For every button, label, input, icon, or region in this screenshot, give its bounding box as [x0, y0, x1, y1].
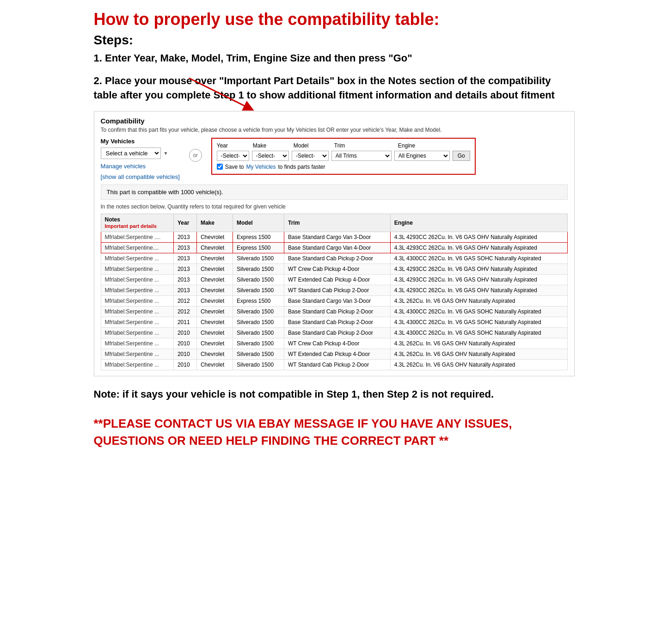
go-button[interactable]: Go [453, 151, 470, 161]
year-cell: 2013 [173, 285, 196, 295]
engine-cell: 4.3L 4300CC 262Cu. In. V6 GAS SOHC Natur… [390, 253, 567, 264]
make-cell: Chevrolet [196, 242, 233, 253]
year-cell: 2010 [173, 327, 196, 338]
model-cell: Silverado 1500 [233, 285, 284, 295]
step1-text: 1. Enter Year, Make, Model, Trim, Engine… [94, 51, 575, 66]
model-cell: Silverado 1500 [233, 359, 284, 370]
model-cell: Silverado 1500 [233, 338, 284, 349]
notes-cell: Mfrlabel:Serpentine ... [101, 306, 173, 317]
make-cell: Chevrolet [196, 317, 233, 327]
col-year-header: Year [173, 214, 196, 232]
notes-cell: Mfrlabel:Serpentine ... [101, 359, 173, 370]
my-vehicles-save-link[interactable]: My Vehicles [246, 164, 276, 170]
table-row: Mfrlabel:Serpentine ...2012ChevroletExpr… [101, 295, 567, 306]
trim-label: Trim [334, 142, 394, 149]
engine-cell: 4.3L 262Cu. In. V6 GAS OHV Naturally Asp… [390, 338, 567, 349]
make-select[interactable]: -Select- [252, 151, 289, 161]
trim-cell: WT Standard Cab Pickup 2-Door [284, 359, 390, 370]
manage-vehicles-link[interactable]: Manage vehicles [101, 163, 180, 170]
year-select[interactable]: -Select- [217, 151, 249, 161]
year-label: Year [217, 142, 249, 149]
compatibility-section: Compatibility To confirm that this part … [94, 111, 575, 376]
save-suffix: to finds parts faster [278, 164, 325, 170]
trim-cell: Base Standard Cab Pickup 2-Door [284, 253, 390, 264]
show-compatible-link[interactable]: [show all compatible vehicles] [101, 173, 180, 180]
trim-cell: WT Crew Cab Pickup 4-Door [284, 264, 390, 274]
year-cell: 2013 [173, 242, 196, 253]
year-cell: 2010 [173, 359, 196, 370]
compat-title: Compatibility [101, 117, 568, 125]
make-cell: Chevrolet [196, 349, 233, 359]
note-text: Note: if it says your vehicle is not com… [94, 387, 575, 402]
col-engine-header: Engine [390, 214, 567, 232]
notes-cell: Mfrlabel:Serpentine ... [101, 349, 173, 359]
notes-cell: Mfrlabel:Serpentine ... [101, 338, 173, 349]
table-row: Mfrlabel:Serpentine ...2013ChevroletSilv… [101, 285, 567, 295]
year-cell: 2012 [173, 295, 196, 306]
engine-select[interactable]: All Engines [394, 151, 450, 161]
make-cell: Chevrolet [196, 338, 233, 349]
ymm-box: Year Make Model Trim Engine -Select- -Se… [211, 138, 476, 175]
model-cell: Silverado 1500 [233, 327, 284, 338]
table-row: Mfrlabel:Serpentine ....2013ChevroletExp… [101, 232, 567, 242]
model-cell: Silverado 1500 [233, 349, 284, 359]
compatibility-table: Notes Important part details Year Make M… [101, 214, 568, 370]
make-cell: Chevrolet [196, 264, 233, 274]
model-cell: Silverado 1500 [233, 274, 284, 285]
trim-cell: Base Standard Cargo Van 3-Door [284, 232, 390, 242]
steps-heading: Steps: [94, 33, 575, 48]
my-vehicles-section: My Vehicles Select a vehicle ▼ Manage ve… [101, 138, 180, 181]
notes-cell: Mfrlabel:Serpentine ... [101, 317, 173, 327]
table-row: Mfrlabel:Serpentine ...2013ChevroletSilv… [101, 274, 567, 285]
year-cell: 2013 [173, 264, 196, 274]
notes-cell: Mfrlabel:Serpentine ... [101, 285, 173, 295]
model-select[interactable]: -Select- [292, 151, 329, 161]
engine-cell: 4.3L 4300CC 262Cu. In. V6 GAS SOHC Natur… [390, 306, 567, 317]
compat-message-bar: This part is compatible with 1000 vehicl… [101, 184, 568, 200]
step2-text: 2. Place your mouse over "Important Part… [94, 74, 575, 103]
table-row: Mfrlabel:Serpentine ...2011ChevroletSilv… [101, 317, 567, 327]
trim-cell: Base Standard Cab Pickup 2-Door [284, 317, 390, 327]
engine-cell: 4.3L 4293CC 262Cu. In. V6 GAS OHV Natura… [390, 274, 567, 285]
model-cell: Silverado 1500 [233, 253, 284, 264]
model-cell: Express 1500 [233, 295, 284, 306]
engine-cell: 4.3L 4293CC 262Cu. In. V6 GAS OHV Natura… [390, 242, 567, 253]
year-make-section: Year Make Model Trim Engine -Select- -Se… [211, 138, 568, 175]
model-cell: Express 1500 [233, 242, 284, 253]
year-cell: 2011 [173, 317, 196, 327]
table-row: Mfrlabel:Serpentine ...2013ChevroletSilv… [101, 264, 567, 274]
trim-cell: Base Standard Cab Pickup 2-Door [284, 327, 390, 338]
compat-top-row: My Vehicles Select a vehicle ▼ Manage ve… [101, 138, 568, 181]
notes-cell: Mfrlabel:Serpentine.... [101, 242, 173, 253]
table-row: Mfrlabel:Serpentine ...2010ChevroletSilv… [101, 359, 567, 370]
notes-cell: Mfrlabel:Serpentine ... [101, 327, 173, 338]
trim-select[interactable]: All Trims [331, 151, 392, 161]
trim-cell: Base Standard Cargo Van 3-Door [284, 295, 390, 306]
year-cell: 2013 [173, 253, 196, 264]
col-make-header: Make [196, 214, 233, 232]
vehicle-select[interactable]: Select a vehicle [101, 147, 161, 159]
notes-cell: Mfrlabel:Serpentine ... [101, 274, 173, 285]
dropdown-arrow-icon: ▼ [164, 151, 168, 156]
engine-cell: 4.3L 262Cu. In. V6 GAS OHV Naturally Asp… [390, 295, 567, 306]
contact-text: **PLEASE CONTACT US VIA EBAY MESSAGE IF … [94, 415, 575, 449]
notes-cell: Mfrlabel:Serpentine .... [101, 232, 173, 242]
trim-cell: WT Extended Cab Pickup 4-Door [284, 274, 390, 285]
engine-cell: 4.3L 262Cu. In. V6 GAS OHV Naturally Asp… [390, 349, 567, 359]
engine-cell: 4.3L 262Cu. In. V6 GAS OHV Naturally Asp… [390, 359, 567, 370]
or-circle: or [189, 149, 202, 162]
trim-cell: WT Extended Cab Pickup 4-Door [284, 349, 390, 359]
vehicle-select-wrapper: Select a vehicle ▼ [101, 147, 180, 159]
col-notes-header: Notes Important part details [101, 214, 173, 232]
year-cell: 2013 [173, 232, 196, 242]
make-cell: Chevrolet [196, 285, 233, 295]
trim-cell: WT Standard Cab Pickup 2-Door [284, 285, 390, 295]
compat-note: In the notes section below, Quantity ref… [101, 203, 568, 210]
table-row: Mfrlabel:Serpentine ...2010ChevroletSilv… [101, 349, 567, 359]
year-cell: 2010 [173, 338, 196, 349]
save-checkbox[interactable] [217, 164, 223, 170]
save-checkbox-row: Save to My Vehicles to finds parts faste… [217, 164, 470, 170]
notes-cell: Mfrlabel:Serpentine ... [101, 295, 173, 306]
make-cell: Chevrolet [196, 306, 233, 317]
table-row: Mfrlabel:Serpentine ...2010ChevroletSilv… [101, 327, 567, 338]
